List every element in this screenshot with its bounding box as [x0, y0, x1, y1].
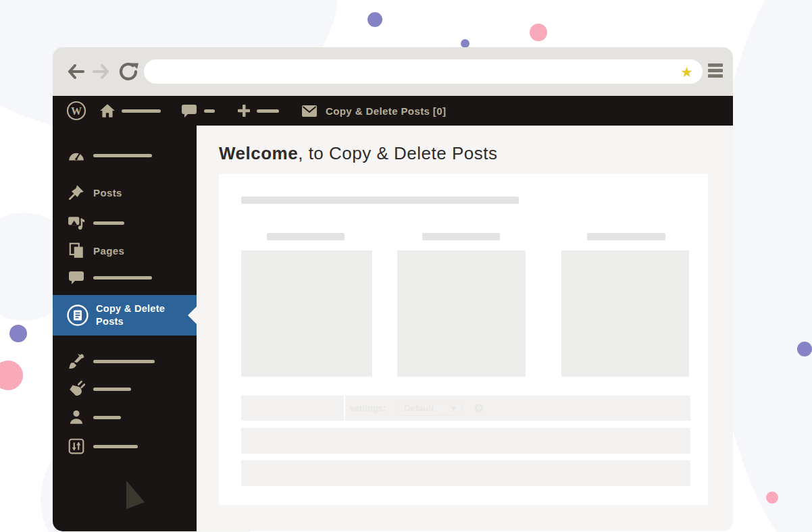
- placeholder-line: [204, 109, 215, 113]
- back-icon[interactable]: [65, 61, 86, 82]
- sidebar-item-dashboard[interactable]: [53, 142, 197, 169]
- comment-icon: [68, 269, 85, 286]
- sidebar-item-label: Posts: [93, 187, 122, 198]
- sidebar-item-users[interactable]: [53, 404, 197, 431]
- dashboard-icon: [68, 147, 85, 164]
- sidebar-item-comments[interactable]: [53, 264, 197, 291]
- placeholder-line: [93, 445, 138, 448]
- copy-delete-posts-icon: [66, 304, 89, 329]
- settings-sliders-icon: [68, 437, 85, 455]
- placeholder-line: [93, 416, 121, 419]
- decorative-dot-pink: [0, 361, 23, 390]
- placeholder-row: [241, 428, 690, 454]
- placeholder-panel: [241, 250, 372, 377]
- sidebar-item-appearance[interactable]: [53, 348, 197, 375]
- page-title-rest: , to Copy & Delete Posts: [298, 143, 497, 163]
- sidebar-item-pages[interactable]: Pages: [53, 237, 197, 264]
- ghost-settings-label: settings:: [349, 403, 386, 413]
- refresh-icon[interactable]: [118, 61, 139, 82]
- envelope-icon: [301, 105, 318, 117]
- placeholder-line: [93, 360, 155, 363]
- placeholder-column-title: [267, 233, 345, 240]
- admin-bar-plugin-label: Copy & Delete Posts [0]: [326, 105, 446, 117]
- page-title-bold: Welcome: [219, 143, 298, 163]
- pushpin-icon: [68, 184, 85, 201]
- plus-icon: [236, 103, 251, 118]
- decorative-dot-pink: [530, 24, 547, 41]
- decorative-dot-purple: [367, 12, 382, 27]
- chevron-down-icon: ▾: [451, 403, 456, 413]
- wp-sidebar: Posts: [53, 126, 197, 531]
- wp-logo[interactable]: W: [66, 96, 86, 126]
- mouse-cursor-icon: [126, 481, 147, 512]
- placeholder-panel: [397, 250, 526, 377]
- pages-icon: [68, 242, 85, 259]
- user-icon: [68, 408, 85, 426]
- sidebar-active-item-label: Copy & Delete Posts: [96, 302, 181, 328]
- admin-bar-site-menu[interactable]: [99, 96, 116, 126]
- placeholder-line: [122, 109, 161, 113]
- url-bar[interactable]: ★: [144, 59, 703, 84]
- placeholder-line: [93, 388, 131, 391]
- active-item-arrow: [188, 307, 197, 324]
- wp-admin-bar: W: [53, 96, 733, 126]
- placeholder-line: [93, 221, 124, 225]
- wp-content-area: Welcome, to Copy & Delete Posts settings…: [197, 126, 733, 531]
- home-icon: [99, 102, 116, 119]
- comment-icon: [181, 103, 197, 119]
- forward-icon[interactable]: [91, 61, 112, 82]
- sidebar-item-copy-delete-posts[interactable]: Copy & Delete Posts: [53, 295, 197, 336]
- ghost-row-divider: [344, 396, 345, 421]
- background-blob: [758, 373, 807, 435]
- ghost-default-dropdown[interactable]: Default ▾: [398, 400, 462, 416]
- browser-menu-icon[interactable]: [708, 63, 723, 80]
- plug-icon: [68, 380, 85, 398]
- bookmark-star-icon[interactable]: ★: [680, 65, 693, 79]
- placeholder-column-title: [422, 233, 500, 240]
- browser-window: ★ W: [53, 47, 733, 531]
- admin-bar-new-label-placeholder[interactable]: [257, 96, 279, 126]
- placeholder-line: [257, 109, 279, 113]
- sidebar-item-label: Pages: [93, 245, 124, 257]
- admin-bar-comments-count-placeholder[interactable]: [204, 96, 215, 126]
- placeholder-column-title: [587, 233, 665, 240]
- placeholder-bar: [241, 196, 519, 204]
- admin-bar-new[interactable]: [236, 96, 251, 126]
- browser-toolbar: ★: [53, 47, 733, 96]
- welcome-card: settings: Default ▾ ⚙: [219, 174, 708, 505]
- page-title: Welcome, to Copy & Delete Posts: [219, 143, 497, 164]
- admin-bar-plugin-menu[interactable]: Copy & Delete Posts [0]: [301, 96, 446, 126]
- decorative-dot-purple: [797, 342, 812, 356]
- placeholder-row: [241, 460, 690, 486]
- svg-text:W: W: [71, 105, 82, 117]
- admin-bar-comments[interactable]: [181, 96, 197, 126]
- ghost-dropdown-value: Default: [404, 403, 434, 413]
- placeholder-panel: [561, 250, 689, 377]
- paintbrush-icon: [68, 352, 85, 370]
- ghost-gear-icon: ⚙: [474, 402, 484, 415]
- ghost-settings-row: settings: Default ▾ ⚙: [241, 396, 690, 421]
- wordpress-logo-icon: W: [66, 101, 86, 121]
- media-icon: [68, 214, 85, 232]
- sidebar-item-settings[interactable]: [53, 433, 197, 460]
- placeholder-line: [93, 154, 152, 157]
- admin-bar-site-title-placeholder[interactable]: [122, 96, 161, 126]
- decorative-dot-purple: [9, 325, 27, 342]
- sidebar-item-media[interactable]: [53, 209, 197, 236]
- sidebar-item-plugins[interactable]: [53, 375, 197, 402]
- placeholder-line: [93, 276, 152, 280]
- sidebar-item-posts[interactable]: Posts: [53, 179, 197, 206]
- illustration-canvas: ★ W: [0, 0, 812, 532]
- decorative-dot-pink: [766, 491, 778, 504]
